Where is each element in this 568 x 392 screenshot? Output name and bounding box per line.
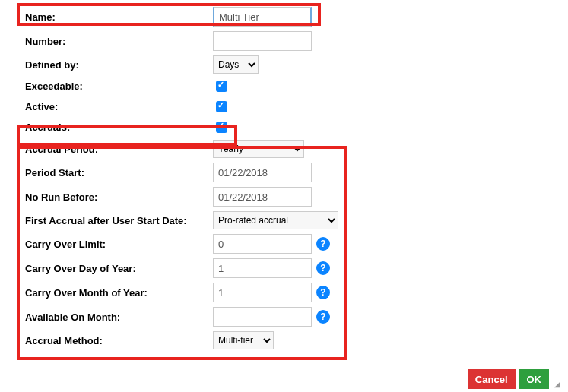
period-start-input[interactable] <box>213 163 312 182</box>
row-no-run-before: No Run Before: <box>0 185 568 209</box>
label-accrual-period: Accrual Period: <box>0 144 213 155</box>
row-active: Active: <box>0 96 568 117</box>
row-accruals: Accruals: <box>0 117 568 138</box>
resize-grip-icon[interactable]: ◢ <box>554 380 563 389</box>
carry-over-limit-input[interactable] <box>213 234 312 254</box>
carry-over-month-input[interactable] <box>213 283 312 302</box>
accrual-method-select[interactable]: Multi-tier <box>213 331 274 349</box>
row-defined-by: Defined by: Days <box>0 53 568 76</box>
carry-over-day-input[interactable] <box>213 258 312 278</box>
first-accrual-select[interactable]: Pro-rated accrual <box>213 211 338 229</box>
accrual-period-select[interactable]: Yearly <box>213 140 304 158</box>
help-icon[interactable]: ? <box>316 261 330 275</box>
cancel-button[interactable]: Cancel <box>468 369 516 389</box>
label-active: Active: <box>0 101 213 112</box>
label-period-start: Period Start: <box>0 167 213 179</box>
row-carry-over-limit: Carry Over Limit: ? <box>0 232 568 256</box>
no-run-before-input[interactable] <box>213 187 312 207</box>
row-carry-over-month: Carry Over Month of Year: ? <box>0 280 568 305</box>
row-accrual-period: Accrual Period: Yearly <box>0 138 568 160</box>
form: Name: Number: Defined by: Days Exceedabl… <box>0 0 568 352</box>
dialog-footer: Cancel OK ◢ <box>468 369 563 389</box>
label-number: Number: <box>0 36 213 47</box>
row-number: Number: <box>0 29 568 53</box>
label-exceedable: Exceedable: <box>0 81 213 92</box>
row-period-start: Period Start: <box>0 160 568 185</box>
accruals-checkbox[interactable] <box>216 122 227 133</box>
row-carry-over-day: Carry Over Day of Year: ? <box>0 256 568 280</box>
row-first-accrual: First Accrual after User Start Date: Pro… <box>0 209 568 232</box>
defined-by-select[interactable]: Days <box>213 55 259 74</box>
row-available-on-month: Available On Month: ? <box>0 305 568 329</box>
label-defined-by: Defined by: <box>0 59 213 71</box>
help-icon[interactable]: ? <box>316 310 330 324</box>
help-icon[interactable]: ? <box>316 286 330 299</box>
label-available-on-month: Available On Month: <box>0 311 213 323</box>
row-name: Name: <box>0 5 568 29</box>
label-no-run-before: No Run Before: <box>0 191 213 203</box>
label-carry-over-month: Carry Over Month of Year: <box>0 287 213 299</box>
ok-button[interactable]: OK <box>519 369 550 389</box>
row-exceedable: Exceedable: <box>0 76 568 96</box>
label-first-accrual: First Accrual after User Start Date: <box>0 215 213 226</box>
number-input[interactable] <box>213 31 312 51</box>
label-name: Name: <box>0 11 213 23</box>
label-carry-over-day: Carry Over Day of Year: <box>0 263 213 274</box>
help-icon[interactable]: ? <box>316 237 330 251</box>
name-input[interactable] <box>213 7 312 27</box>
label-carry-over-limit: Carry Over Limit: <box>0 239 213 250</box>
label-accruals: Accruals: <box>0 122 213 133</box>
available-on-month-input[interactable] <box>213 307 312 327</box>
active-checkbox[interactable] <box>216 101 227 112</box>
exceedable-checkbox[interactable] <box>216 81 227 92</box>
label-accrual-method: Accrual Method: <box>0 335 213 346</box>
row-accrual-method: Accrual Method: Multi-tier <box>0 329 568 352</box>
